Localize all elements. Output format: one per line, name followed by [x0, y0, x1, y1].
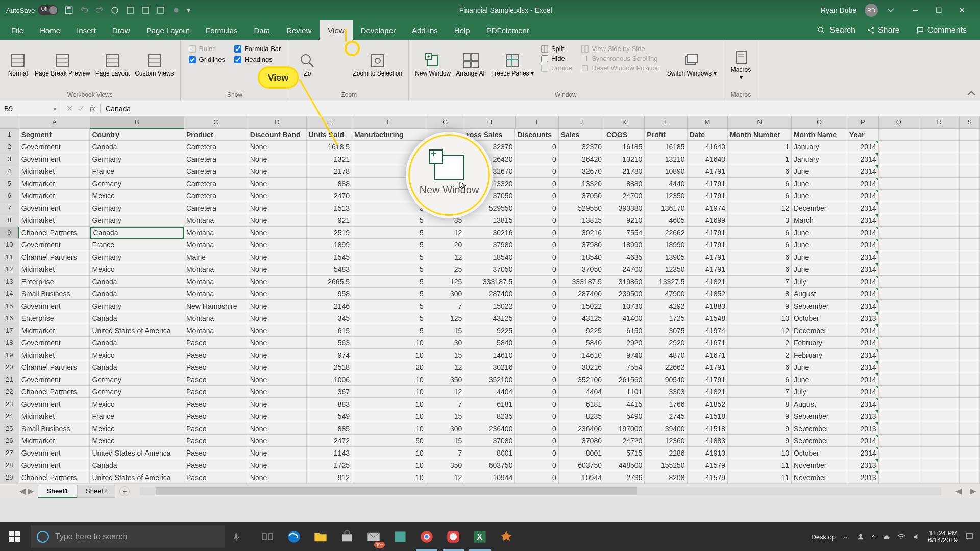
- cell[interactable]: 4292: [645, 300, 687, 312]
- cell[interactable]: 350: [426, 459, 464, 471]
- cell[interactable]: June: [792, 263, 847, 276]
- cell[interactable]: 12: [426, 471, 464, 484]
- cell[interactable]: 22662: [645, 227, 687, 239]
- cell[interactable]: 41518: [688, 410, 728, 422]
- cell[interactable]: None: [248, 459, 307, 471]
- cell[interactable]: 8: [728, 398, 792, 410]
- cell[interactable]: 2470: [307, 190, 352, 202]
- header-cell[interactable]: Profit: [645, 129, 687, 141]
- row-header[interactable]: 27: [0, 447, 19, 459]
- cell[interactable]: United States of America: [90, 324, 184, 337]
- cell[interactable]: None: [248, 141, 307, 153]
- cell[interactable]: February: [792, 337, 847, 349]
- cell[interactable]: 7: [426, 447, 464, 459]
- cell[interactable]: 261560: [604, 373, 645, 386]
- cell[interactable]: 2014: [847, 324, 879, 337]
- cell[interactable]: 0: [515, 300, 558, 312]
- cell[interactable]: 3075: [645, 324, 687, 337]
- cell[interactable]: 2014: [847, 190, 879, 202]
- cell[interactable]: 300: [426, 422, 464, 435]
- cell[interactable]: 41699: [688, 214, 728, 227]
- cell[interactable]: 333187.5: [464, 276, 515, 288]
- cell[interactable]: 2920: [645, 337, 687, 349]
- cell[interactable]: 236400: [559, 422, 604, 435]
- cell[interactable]: 8235: [559, 410, 604, 422]
- cell[interactable]: None: [248, 349, 307, 361]
- cell[interactable]: 0: [515, 324, 558, 337]
- cell[interactable]: 2014: [847, 165, 879, 178]
- cell[interactable]: 10: [352, 398, 426, 410]
- cell[interactable]: Paseo: [184, 459, 248, 471]
- cell[interactable]: 0: [515, 410, 558, 422]
- cell[interactable]: 529550: [559, 202, 604, 214]
- cell[interactable]: July: [792, 386, 847, 398]
- cell[interactable]: 1899: [307, 239, 352, 251]
- cell[interactable]: Midmarket: [19, 214, 90, 227]
- cell[interactable]: 287400: [559, 288, 604, 300]
- cell[interactable]: 7: [426, 398, 464, 410]
- cell[interactable]: Midmarket: [19, 263, 90, 276]
- ribbon-tab-home[interactable]: Home: [32, 20, 68, 40]
- cell[interactable]: 41913: [688, 447, 728, 459]
- cell[interactable]: 974: [307, 349, 352, 361]
- cell[interactable]: 12350: [645, 263, 687, 276]
- cell[interactable]: Canada: [90, 312, 184, 324]
- cell[interactable]: September: [792, 410, 847, 422]
- cell[interactable]: 2014: [847, 276, 879, 288]
- cell[interactable]: Germany: [90, 251, 184, 263]
- row-header[interactable]: 28: [0, 459, 19, 471]
- cell[interactable]: 0: [515, 373, 558, 386]
- user-avatar[interactable]: RD: [865, 4, 878, 17]
- column-header[interactable]: R: [919, 116, 960, 129]
- cell[interactable]: 5: [352, 288, 426, 300]
- row-header[interactable]: 25: [0, 422, 19, 435]
- cell[interactable]: 3: [352, 202, 426, 214]
- hide-button[interactable]: Hide: [541, 55, 572, 62]
- app-icon[interactable]: [387, 522, 413, 551]
- column-header[interactable]: C: [184, 116, 248, 129]
- column-header[interactable]: I: [516, 116, 559, 129]
- cell[interactable]: 2014: [847, 178, 879, 190]
- cell[interactable]: 5840: [464, 337, 515, 349]
- cell[interactable]: 5483: [307, 263, 352, 276]
- maximize-button[interactable]: ☐: [927, 0, 950, 20]
- cell[interactable]: None: [248, 227, 307, 239]
- cell[interactable]: 352100: [559, 373, 604, 386]
- cell[interactable]: Small Business: [19, 288, 90, 300]
- notification-icon[interactable]: [965, 532, 974, 541]
- cell[interactable]: 2014: [847, 288, 879, 300]
- cell[interactable]: 12: [426, 386, 464, 398]
- cell[interactable]: 0: [515, 386, 558, 398]
- cell[interactable]: France: [90, 410, 184, 422]
- cell[interactable]: Carretera: [184, 153, 248, 165]
- cell[interactable]: Paseo: [184, 386, 248, 398]
- cell[interactable]: 0: [515, 202, 558, 214]
- cell[interactable]: 10: [352, 386, 426, 398]
- cell[interactable]: None: [248, 178, 307, 190]
- tab-nav[interactable]: ◀ ▶: [15, 486, 38, 496]
- excel-icon[interactable]: X: [467, 522, 493, 551]
- ribbon-tab-data[interactable]: Data: [246, 20, 278, 40]
- cell[interactable]: 14610: [464, 349, 515, 361]
- cell[interactable]: 1725: [307, 459, 352, 471]
- cell[interactable]: Enterprise: [19, 276, 90, 288]
- cell[interactable]: 1101: [604, 386, 645, 398]
- cell[interactable]: 5840: [559, 337, 604, 349]
- mic-icon[interactable]: [232, 532, 241, 541]
- cell[interactable]: 6: [728, 263, 792, 276]
- cell[interactable]: 10: [728, 312, 792, 324]
- cell[interactable]: Government: [19, 239, 90, 251]
- column-header[interactable]: N: [728, 116, 792, 129]
- freeze-panes-button[interactable]: Freeze Panes ▾: [489, 42, 536, 88]
- cell[interactable]: 4415: [604, 398, 645, 410]
- app-icon[interactable]: [493, 522, 520, 551]
- row-header[interactable]: 4: [0, 165, 19, 178]
- cell[interactable]: 4870: [645, 349, 687, 361]
- cell[interactable]: 13320: [559, 178, 604, 190]
- cell[interactable]: Montana: [184, 263, 248, 276]
- header-cell[interactable]: Segment: [19, 129, 90, 141]
- cell[interactable]: Maine: [184, 251, 248, 263]
- row-header[interactable]: 1: [0, 129, 19, 141]
- cell[interactable]: 6: [728, 239, 792, 251]
- cell[interactable]: 3: [728, 214, 792, 227]
